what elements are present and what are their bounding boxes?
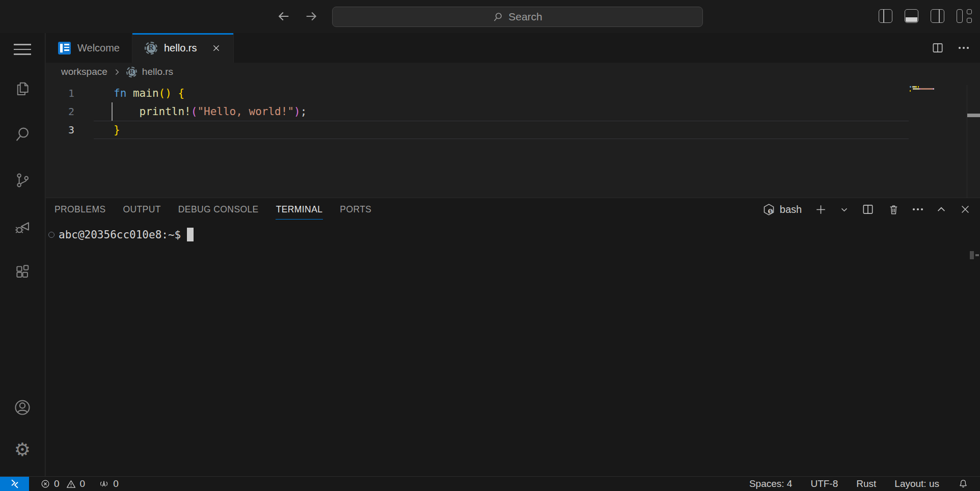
code-text: }	[74, 121, 120, 139]
minimap[interactable]	[910, 86, 966, 93]
files-icon	[14, 80, 31, 97]
panel-tab-debug-console[interactable]: DEBUG CONSOLE	[178, 199, 259, 220]
more-actions-button[interactable]	[959, 45, 969, 51]
close-panel-icon	[960, 204, 971, 215]
hamburger-icon	[14, 44, 31, 55]
terminal-shell-selector[interactable]: $ bash	[762, 203, 802, 216]
sidebar-item-run-debug[interactable]	[0, 203, 45, 249]
code-line-2[interactable]: 2 println!("Hello, world!");	[46, 102, 980, 121]
chevron-down-icon	[840, 205, 849, 214]
code-line-1[interactable]: 1fn main() {	[46, 84, 980, 102]
encoding-status[interactable]: UTF-8	[810, 478, 838, 489]
broadcast-icon	[98, 478, 110, 489]
keyboard-layout-status[interactable]: Layout: us	[894, 478, 939, 489]
ports-count: 0	[113, 478, 119, 489]
terminal-scrollbar[interactable]	[970, 251, 974, 259]
remote-indicator[interactable]	[0, 477, 29, 491]
warning-count: 0	[80, 478, 86, 489]
editor-group: Welcome R hello.rs workspace	[46, 33, 980, 476]
titlebar: Search	[0, 0, 980, 33]
breadcrumb-file[interactable]: hello.rs	[142, 66, 173, 77]
toggle-panel-icon[interactable]	[905, 9, 918, 23]
menu-button[interactable]	[0, 33, 45, 66]
tab-welcome[interactable]: Welcome	[46, 33, 132, 63]
overview-cursor-mark	[967, 114, 980, 117]
warning-icon	[66, 479, 76, 489]
split-terminal-icon	[861, 203, 875, 216]
breadcrumb-folder[interactable]: workspace	[61, 66, 107, 77]
panel-more-actions-button[interactable]	[913, 206, 923, 212]
tab-close-button[interactable]	[211, 43, 221, 53]
split-editor-button[interactable]	[931, 41, 944, 54]
remote-icon	[9, 478, 20, 489]
active-indent-guide	[112, 102, 113, 121]
sidebar-item-source-control[interactable]	[0, 157, 45, 203]
panel-tab-ports[interactable]: PORTS	[339, 199, 372, 220]
close-panel-button[interactable]	[960, 204, 971, 215]
accounts-button[interactable]	[0, 385, 45, 430]
layout-square-bottom	[967, 18, 972, 23]
forward-button[interactable]	[303, 8, 320, 25]
panel-actions: $ bash	[762, 203, 972, 216]
bash-icon: $	[762, 203, 776, 216]
customize-layout-icon[interactable]	[957, 9, 972, 23]
overview-ruler	[967, 85, 980, 198]
tab-hello-rs[interactable]: R hello.rs	[132, 33, 234, 63]
new-terminal-button[interactable]	[814, 203, 827, 216]
line-number: 2	[46, 102, 74, 121]
welcome-icon	[58, 42, 71, 54]
code-line-3[interactable]: 3}	[46, 121, 980, 139]
notifications-button[interactable]	[958, 478, 969, 489]
status-left: 0 0 0	[40, 478, 119, 489]
panel-tab-output[interactable]: OUTPUT	[122, 199, 161, 220]
status-right: Spaces: 4 UTF-8 Rust Layout: us	[749, 478, 980, 489]
panel-tab-terminal[interactable]: TERMINAL	[276, 199, 323, 220]
breadcrumb: workspace R hello.rs	[46, 63, 980, 81]
shell-label: bash	[780, 204, 802, 215]
indentation-status[interactable]: Spaces: 4	[749, 478, 793, 489]
command-center-search[interactable]: Search	[332, 7, 703, 27]
sidebar-item-extensions[interactable]	[0, 249, 45, 295]
debug-icon	[13, 217, 32, 235]
arrow-left-icon	[277, 9, 291, 23]
activity-bar-spacer	[0, 295, 45, 385]
tab-welcome-label: Welcome	[77, 42, 120, 54]
svg-text:$: $	[769, 208, 772, 214]
code-text: println!("Hello, world!");	[74, 102, 307, 121]
maximize-panel-button[interactable]	[936, 204, 947, 215]
code-lines: 1fn main() {2 println!("Hello, world!");…	[46, 81, 980, 139]
panel-tabs: PROBLEMS OUTPUT DEBUG CONSOLE TERMINAL P…	[54, 199, 372, 220]
problems-status[interactable]: 0 0	[40, 478, 85, 489]
chevron-right-icon	[113, 68, 121, 76]
sidebar-item-explorer[interactable]	[0, 66, 45, 112]
chevron-up-icon	[936, 204, 947, 215]
trash-icon	[887, 203, 900, 216]
ports-status[interactable]: 0	[98, 478, 119, 489]
split-terminal-button[interactable]	[861, 203, 875, 216]
command-decoration-icon	[48, 232, 55, 238]
error-icon	[40, 479, 50, 489]
plus-icon	[814, 203, 827, 216]
tab-hello-rs-label: hello.rs	[164, 42, 197, 54]
terminal-overview-mark	[975, 254, 979, 256]
terminal-dropdown-button[interactable]	[840, 205, 849, 214]
toggle-secondary-sidebar-icon[interactable]	[931, 9, 944, 23]
tab-bar: Welcome R hello.rs	[46, 33, 980, 63]
bell-icon	[958, 478, 969, 489]
editor-actions	[931, 33, 980, 63]
toggle-primary-sidebar-icon[interactable]	[879, 9, 892, 23]
terminal[interactable]: abc@20356cc010e8:~$	[46, 221, 980, 476]
search-icon	[493, 12, 503, 22]
sidebar-item-search[interactable]	[0, 112, 45, 157]
line-number: 1	[46, 84, 74, 102]
kill-terminal-button[interactable]	[887, 203, 900, 216]
settings-button[interactable]: ⚙	[0, 430, 45, 476]
back-button[interactable]	[275, 8, 292, 25]
language-mode-status[interactable]: Rust	[856, 478, 876, 489]
code-editor[interactable]: 1fn main() {2 println!("Hello, world!");…	[46, 81, 980, 198]
git-branch-icon	[14, 172, 31, 189]
panel-tab-problems[interactable]: PROBLEMS	[54, 199, 106, 220]
status-bar: 0 0 0 Spaces: 4 UTF-8 Rust Layout: us	[0, 476, 980, 491]
layout-controls	[879, 9, 972, 23]
activity-bar: ⚙	[0, 33, 45, 476]
